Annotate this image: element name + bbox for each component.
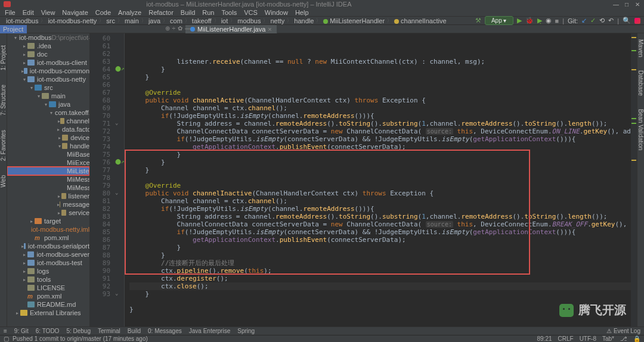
menu-window[interactable]: Window: [265, 9, 288, 16]
menu-tools[interactable]: Tools: [221, 9, 237, 16]
debug-icon[interactable]: 🐞: [525, 17, 534, 24]
collapse-icon[interactable]: ÷: [172, 25, 176, 32]
code-line[interactable]: getApplicationContext.publishEvent(conne…: [129, 236, 631, 244]
code-line[interactable]: ctx.deregister();: [129, 275, 631, 282]
bottom-tab[interactable]: 5: Debug: [66, 328, 91, 334]
expand-arrow[interactable]: ▾: [21, 77, 27, 82]
code-line[interactable]: Channel channel = ctx.channel();: [129, 104, 631, 112]
git-revert-icon[interactable]: ↶: [608, 17, 614, 24]
code-line[interactable]: @Override: [129, 89, 631, 97]
profile-icon[interactable]: ◉: [546, 17, 552, 24]
code-line[interactable]: if(!JudgeEmptyUtils.isEmpty(connectServe…: [129, 228, 631, 236]
code-line[interactable]: listener.receive(channel == null ? new M…: [129, 58, 631, 66]
left-tool-1-project[interactable]: 1: Project: [0, 45, 7, 70]
tree-row[interactable]: ▸channel: [7, 117, 89, 125]
expand-arrow[interactable]: ▸: [21, 269, 27, 274]
expand-arrow[interactable]: ▾: [36, 94, 42, 99]
code-line[interactable]: }: [129, 158, 631, 166]
tree-row[interactable]: ▸External Libraries: [7, 309, 89, 317]
project-tree[interactable]: ▾iot-modbus D:\project\iot-modbus▸.idea▸…: [7, 33, 90, 327]
crumb[interactable]: iot-modbus-netty: [45, 17, 99, 24]
expand-arrow[interactable]: ▸: [14, 310, 20, 316]
expand-arrow[interactable]: ▾: [50, 110, 52, 116]
code-line[interactable]: ChannelConnectData connectServerData = n…: [129, 128, 631, 135]
line-separator[interactable]: CRLF: [558, 335, 574, 342]
file-encoding[interactable]: UTF-8: [580, 335, 596, 342]
git-history-icon[interactable]: ⟲: [599, 17, 605, 24]
left-tool-7-structure[interactable]: 7: Structure: [0, 85, 7, 116]
tree-row[interactable]: ▾iot-modbus-netty: [7, 75, 89, 83]
bottom-tab[interactable]: 9: Git: [14, 328, 29, 334]
stop-icon[interactable]: ■: [555, 17, 559, 24]
code-line[interactable]: }: [129, 66, 631, 73]
tree-row[interactable]: ▸doc: [7, 50, 89, 58]
tree-row[interactable]: ▸data.factory: [7, 125, 89, 133]
git-branch-icon[interactable]: ⎇: [620, 335, 627, 342]
menu-code[interactable]: Code: [95, 9, 111, 16]
tree-row[interactable]: ▾java: [7, 100, 89, 108]
bottom-tab[interactable]: Spring: [237, 328, 255, 334]
code-area[interactable]: listener.receive(channel == null ? new M…: [125, 33, 631, 327]
maximize-icon[interactable]: □: [624, 1, 630, 7]
expand-arrow[interactable]: ▸: [57, 210, 61, 216]
code-line[interactable]: //连接断开后的最后处理: [129, 259, 631, 267]
tree-row[interactable]: ▸iot-modbus-client: [7, 58, 89, 67]
tree-row[interactable]: ▸iot-modbus-serialport: [7, 242, 89, 250]
hide-icon[interactable]: —: [185, 25, 191, 32]
code-line[interactable]: if(!JudgeEmptyUtils.isEmpty(channel.remo…: [129, 112, 631, 120]
tree-row[interactable]: MiiExceptionHandler: [7, 158, 89, 167]
crumb[interactable]: takeoff: [190, 17, 214, 24]
tree-row[interactable]: mpom.xml: [7, 292, 89, 300]
expand-arrow[interactable]: ▸: [29, 219, 35, 224]
locate-icon[interactable]: ⊕: [165, 25, 170, 32]
expand-arrow[interactable]: ▸: [21, 260, 27, 266]
code-line[interactable]: ChannelConnectData connectServerData = n…: [129, 220, 631, 228]
menu-view[interactable]: View: [41, 9, 55, 16]
code-line[interactable]: if(!JudgeEmptyUtils.isEmpty(connectServe…: [129, 135, 631, 143]
menu-help[interactable]: Help: [295, 9, 309, 16]
expand-arrow[interactable]: ▸: [57, 135, 62, 141]
crumb[interactable]: com: [168, 17, 185, 24]
code-line[interactable]: }: [129, 73, 631, 81]
menu-edit[interactable]: Edit: [23, 9, 34, 16]
expand-arrow[interactable]: ▾: [57, 144, 62, 149]
menu-analyze[interactable]: Analyze: [118, 9, 141, 16]
menu-run[interactable]: Run: [202, 9, 214, 16]
error-stripe[interactable]: [631, 33, 637, 327]
right-tool-database[interactable]: Database: [637, 70, 644, 96]
expand-arrow[interactable]: ▾: [14, 35, 17, 41]
git-commit-icon[interactable]: ✓: [590, 17, 596, 24]
menu-refactor[interactable]: Refactor: [148, 9, 174, 16]
intellij-icon[interactable]: [634, 18, 640, 24]
bottom-tab[interactable]: Java Enterprise: [189, 328, 230, 334]
editor-tab-active[interactable]: MiiListenerHandler.java ×: [185, 25, 277, 33]
tree-row[interactable]: MiiMessageEncoder: [7, 184, 89, 192]
tree-row[interactable]: ▸iot-modbus-server: [7, 250, 89, 259]
tree-row[interactable]: ▸device: [7, 133, 89, 142]
search-icon[interactable]: 🔍: [623, 17, 631, 24]
tree-row[interactable]: iot-modbus-netty.iml: [7, 225, 89, 234]
run-config-selector[interactable]: App ▾: [485, 16, 513, 25]
menu-build[interactable]: Build: [181, 9, 195, 16]
tree-row[interactable]: ▸logs: [7, 267, 89, 275]
code-line[interactable]: getApplicationContext.publishEvent(conne…: [129, 143, 631, 151]
code-line[interactable]: String address = channel.remoteAddress()…: [129, 213, 631, 220]
left-tool-2-favorites[interactable]: 2: Favorites: [0, 130, 7, 161]
bottom-tab[interactable]: 6: TODO: [36, 328, 60, 334]
expand-arrow[interactable]: ▸: [21, 60, 27, 66]
code-line[interactable]: public void channelActive(ChannelHandler…: [129, 97, 631, 104]
code-line[interactable]: public void channelInactive(ChannelHandl…: [129, 189, 631, 197]
tree-row[interactable]: ▸service: [7, 209, 89, 217]
code-editor[interactable]: 6061626364656667686970717273747576777879…: [90, 33, 637, 327]
close-tab-icon[interactable]: ×: [268, 25, 271, 33]
expand-arrow[interactable]: ▸: [21, 52, 27, 57]
bottom-tab[interactable]: Terminal: [98, 328, 120, 334]
tree-row[interactable]: ▸message: [7, 200, 89, 209]
crumb[interactable]: java: [146, 17, 163, 24]
expand-arrow[interactable]: ▸: [21, 252, 27, 257]
coverage-icon[interactable]: ▶̣: [537, 17, 542, 24]
expand-arrow[interactable]: ▾: [29, 85, 35, 91]
tree-row[interactable]: ▸.idea: [7, 42, 89, 50]
code-line[interactable]: [129, 81, 631, 89]
menu-file[interactable]: File: [5, 9, 16, 16]
